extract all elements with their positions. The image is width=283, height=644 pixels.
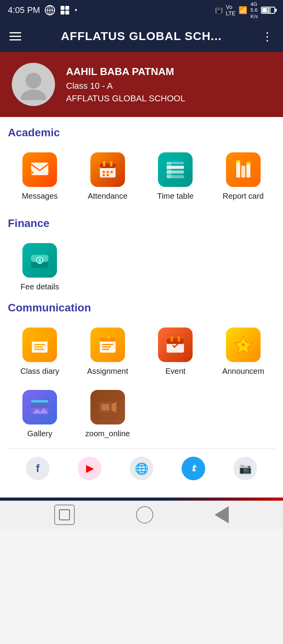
svg-point-8 [26, 73, 41, 88]
reportcard-item[interactable]: Report card [211, 148, 276, 205]
status-time-area: 4:05 PM • [8, 5, 77, 15]
timetable-icon [164, 159, 186, 181]
timetable-label: Time table [157, 192, 194, 201]
svg-rect-53 [31, 402, 48, 408]
messages-label: Messages [22, 192, 58, 201]
hamburger-line-3 [9, 39, 21, 40]
signal-icon: 📶 [239, 6, 247, 15]
nav-bar [0, 501, 283, 529]
square-icon [59, 509, 70, 520]
globe-icon: 🌐 [135, 462, 149, 475]
avatar [12, 63, 55, 106]
feedetails-icon-box: $ [22, 243, 57, 278]
bottom-accent [0, 498, 283, 501]
svg-rect-39 [34, 349, 44, 350]
grid-icon-2 [60, 5, 70, 15]
announcement-item[interactable]: Announcem [211, 324, 276, 380]
event-item[interactable]: Event [143, 324, 208, 380]
twitter-button[interactable]: 𝕥 [182, 457, 205, 480]
svg-rect-10 [31, 163, 48, 175]
svg-point-17 [107, 171, 109, 173]
svg-rect-26 [236, 162, 240, 177]
status-icons: 📳 VoLTE 📶 4G5.6K/s 73 [215, 1, 275, 20]
profile-banner: AAHIL BABA PATNAM Class 10 - A AFFLATUS … [0, 52, 283, 117]
main-content: Academic Messages [0, 117, 283, 498]
event-icon-box [158, 327, 193, 362]
gallery-item[interactable]: Gallery [8, 386, 72, 442]
classdiary-item[interactable]: Class diary [8, 324, 72, 380]
svg-point-16 [103, 171, 105, 173]
youtube-button[interactable]: ▶ [78, 457, 101, 480]
assignment-item[interactable]: Assignment [76, 324, 140, 380]
feedetails-item[interactable]: $ Fee details [8, 239, 72, 295]
svg-rect-5 [65, 6, 69, 10]
reportcard-icon-box [226, 152, 261, 187]
volte-icon: VoLTE [226, 4, 236, 16]
communication-grid-row1: Class diary Assignment [8, 324, 275, 380]
svg-rect-48 [178, 336, 180, 342]
gallery-label: Gallery [28, 429, 52, 438]
attendance-label: Attendance [88, 192, 127, 201]
finance-section-title: Finance [8, 217, 275, 230]
profile-info: AAHIL BABA PATNAM Class 10 - A AFFLATUS … [66, 66, 185, 104]
network-speed: 4G5.6K/s [250, 1, 258, 20]
assignment-icon-box [90, 327, 125, 362]
reportcard-icon [232, 159, 254, 181]
attendance-icon-box [90, 152, 125, 187]
vibrate-icon: 📳 [215, 7, 223, 14]
svg-rect-27 [241, 166, 245, 177]
profile-school: AFFLATUS GLOBAL SCHOOL [66, 93, 185, 104]
svg-rect-38 [34, 346, 43, 348]
app-bar: AFFLATUS GLOBAL SCH... ⋮ [0, 20, 283, 52]
messages-icon-box [22, 152, 57, 187]
academic-section-title: Academic [8, 126, 275, 139]
hamburger-menu[interactable] [9, 32, 21, 40]
grid-icon-1 [45, 5, 55, 15]
communication-grid-row2: Gallery zoom_online [8, 386, 275, 442]
facebook-button[interactable]: f [26, 457, 50, 480]
svg-rect-4 [61, 6, 64, 10]
nav-circle-button[interactable] [136, 506, 153, 523]
svg-rect-29 [236, 160, 240, 163]
svg-rect-13 [100, 163, 116, 168]
attendance-icon [97, 159, 119, 181]
svg-marker-57 [112, 402, 116, 413]
notification-dot: • [75, 6, 77, 15]
zoom-item[interactable]: zoom_online [76, 386, 140, 442]
globe-button[interactable]: 🌐 [130, 457, 153, 480]
svg-point-18 [110, 171, 113, 173]
classdiary-icon [29, 334, 51, 356]
svg-rect-30 [246, 162, 250, 164]
classdiary-icon-box [22, 327, 57, 362]
nav-back-button[interactable] [215, 506, 229, 523]
twitter-icon: 𝕥 [191, 463, 195, 474]
instagram-button[interactable]: 📷 [233, 457, 257, 480]
svg-point-50 [242, 343, 245, 346]
gallery-icon [29, 396, 51, 418]
social-bar: f ▶ 🌐 𝕥 📷 [8, 448, 275, 488]
announcement-label: Announcem [222, 367, 264, 376]
svg-rect-42 [102, 344, 113, 345]
svg-point-20 [107, 174, 109, 176]
hamburger-line-2 [9, 36, 21, 37]
finance-grid: $ Fee details [8, 239, 275, 295]
announcement-icon [232, 334, 254, 356]
attendance-item[interactable]: Attendance [76, 148, 140, 205]
assignment-label: Assignment [87, 367, 129, 376]
feedetails-label: Fee details [20, 282, 59, 291]
profile-class: Class 10 - A [66, 81, 185, 91]
timetable-item[interactable]: Time table [143, 148, 208, 205]
svg-rect-44 [102, 349, 109, 350]
svg-point-19 [103, 174, 105, 176]
nav-square-button[interactable] [54, 505, 75, 525]
hamburger-line-1 [9, 32, 21, 33]
zoom-icon-box [90, 390, 125, 424]
messages-item[interactable]: Messages [8, 148, 72, 205]
academic-grid: Messages Attendance [8, 148, 275, 205]
gallery-icon-box [22, 390, 57, 424]
zoom-label: zoom_online [85, 429, 130, 438]
svg-rect-36 [32, 338, 48, 342]
more-options-button[interactable]: ⋮ [261, 29, 274, 43]
assignment-icon [97, 334, 119, 356]
svg-rect-28 [246, 163, 250, 177]
